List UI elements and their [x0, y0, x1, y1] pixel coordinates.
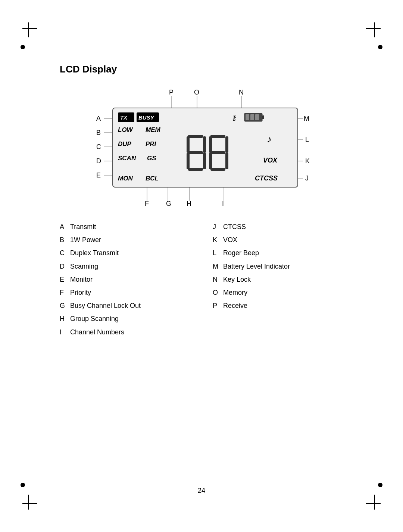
- svg-rect-64: [210, 168, 225, 171]
- svg-rect-52: [187, 136, 190, 153]
- svg-text:A: A: [96, 115, 101, 122]
- svg-rect-58: [210, 135, 225, 138]
- desc-item-a: A Transmit: [60, 222, 190, 232]
- desc-letter-k: K: [213, 235, 223, 245]
- svg-text:H: H: [187, 200, 191, 207]
- desc-letter-e: E: [60, 275, 70, 284]
- svg-rect-60: [225, 136, 228, 153]
- desc-item-f: F Priority: [60, 288, 190, 297]
- svg-text:L: L: [305, 136, 309, 143]
- svg-text:DUP: DUP: [118, 140, 132, 148]
- desc-text-j: CTCSS: [223, 222, 246, 232]
- svg-text:D: D: [96, 157, 101, 165]
- desc-item-j: J CTCSS: [213, 222, 343, 232]
- desc-text-e: Monitor: [70, 275, 93, 284]
- desc-text-d: Scanning: [70, 262, 98, 271]
- svg-rect-56: [203, 153, 206, 169]
- desc-item-k: K VOX: [213, 235, 343, 245]
- svg-text:I: I: [222, 200, 224, 207]
- svg-text:O: O: [194, 89, 199, 96]
- desc-letter-j: J: [213, 222, 223, 232]
- svg-text:F: F: [145, 200, 149, 207]
- svg-text:BUSY: BUSY: [138, 114, 155, 121]
- desc-item-o: O Memory: [213, 288, 343, 297]
- corner-mark-bl: [22, 495, 37, 510]
- svg-rect-57: [188, 168, 203, 171]
- desc-letter-o: O: [213, 288, 223, 297]
- svg-rect-55: [187, 153, 190, 169]
- corner-mark-tr: [366, 22, 381, 37]
- svg-rect-42: [255, 114, 259, 120]
- desc-letter-h: H: [60, 314, 70, 324]
- svg-rect-54: [188, 151, 203, 154]
- corner-dot-br: [378, 483, 382, 487]
- svg-text:⚷: ⚷: [231, 114, 237, 122]
- lcd-svg: P O N A B C D E M L K J: [71, 86, 332, 213]
- svg-text:PRI: PRI: [146, 140, 157, 148]
- corner-dot-tl: [21, 45, 25, 49]
- svg-text:B: B: [96, 129, 101, 136]
- svg-text:CTCSS: CTCSS: [255, 174, 278, 182]
- svg-text:♪: ♪: [267, 133, 272, 145]
- desc-letter-d: D: [60, 262, 70, 271]
- desc-text-n: Key Lock: [223, 275, 251, 284]
- svg-text:BCL: BCL: [146, 175, 159, 182]
- svg-text:K: K: [305, 157, 310, 165]
- desc-text-l: Roger Beep: [223, 248, 259, 258]
- lcd-diagram: P O N A B C D E M L K J: [71, 86, 332, 215]
- svg-text:M: M: [304, 115, 309, 122]
- svg-text:TX: TX: [120, 114, 128, 121]
- corner-mark-br: [366, 495, 381, 510]
- desc-item-g: G Busy Channel Lock Out: [60, 301, 190, 310]
- svg-text:MON: MON: [118, 175, 133, 182]
- desc-item-m: M Battery Level Indicator: [213, 262, 343, 271]
- desc-item-l: L Roger Beep: [213, 248, 343, 258]
- desc-column-left: A Transmit B 1W Power C Duplex Transmit …: [60, 222, 190, 341]
- svg-text:N: N: [239, 89, 244, 96]
- desc-letter-i: I: [60, 328, 70, 337]
- svg-text:P: P: [169, 89, 174, 96]
- desc-item-h: H Group Scanning: [60, 314, 190, 324]
- corner-mark-tl: [22, 22, 37, 37]
- svg-text:E: E: [96, 171, 101, 179]
- desc-letter-a: A: [60, 222, 70, 232]
- svg-rect-51: [188, 135, 203, 138]
- desc-text-a: Transmit: [70, 222, 96, 232]
- desc-letter-b: B: [60, 235, 70, 245]
- svg-rect-41: [250, 114, 254, 120]
- desc-text-p: Receive: [223, 301, 247, 310]
- desc-letter-p: P: [213, 301, 223, 310]
- svg-text:J: J: [305, 174, 309, 182]
- svg-rect-62: [209, 153, 212, 169]
- desc-text-k: VOX: [223, 235, 237, 245]
- svg-rect-53: [203, 136, 206, 153]
- desc-letter-f: F: [60, 288, 70, 297]
- corner-dot-tr: [378, 45, 382, 49]
- corner-dot-bl: [21, 483, 25, 487]
- svg-rect-63: [225, 153, 228, 169]
- desc-item-n: N Key Lock: [213, 275, 343, 284]
- desc-text-h: Group Scanning: [70, 314, 119, 324]
- desc-item-c: C Duplex Transmit: [60, 248, 190, 258]
- svg-rect-39: [262, 115, 264, 119]
- desc-text-o: Memory: [223, 288, 247, 297]
- svg-text:LOW: LOW: [118, 126, 134, 133]
- desc-letter-m: M: [213, 262, 223, 271]
- desc-letter-n: N: [213, 275, 223, 284]
- desc-item-p: P Receive: [213, 301, 343, 310]
- desc-letter-l: L: [213, 248, 223, 258]
- svg-rect-40: [246, 114, 249, 120]
- svg-text:GS: GS: [147, 155, 156, 162]
- desc-text-m: Battery Level Indicator: [223, 262, 290, 271]
- desc-item-e: E Monitor: [60, 275, 190, 284]
- svg-text:MEM: MEM: [146, 126, 161, 133]
- svg-text:C: C: [96, 143, 101, 151]
- desc-letter-c: C: [60, 248, 70, 258]
- desc-text-g: Busy Channel Lock Out: [70, 301, 141, 310]
- svg-text:SCAN: SCAN: [118, 155, 136, 162]
- main-content: LCD Display P O N A B C D E M: [60, 64, 343, 341]
- desc-text-i: Channel Numbers: [70, 328, 124, 337]
- desc-text-c: Duplex Transmit: [70, 248, 119, 258]
- desc-item-d: D Scanning: [60, 262, 190, 271]
- svg-text:VOX: VOX: [263, 157, 278, 164]
